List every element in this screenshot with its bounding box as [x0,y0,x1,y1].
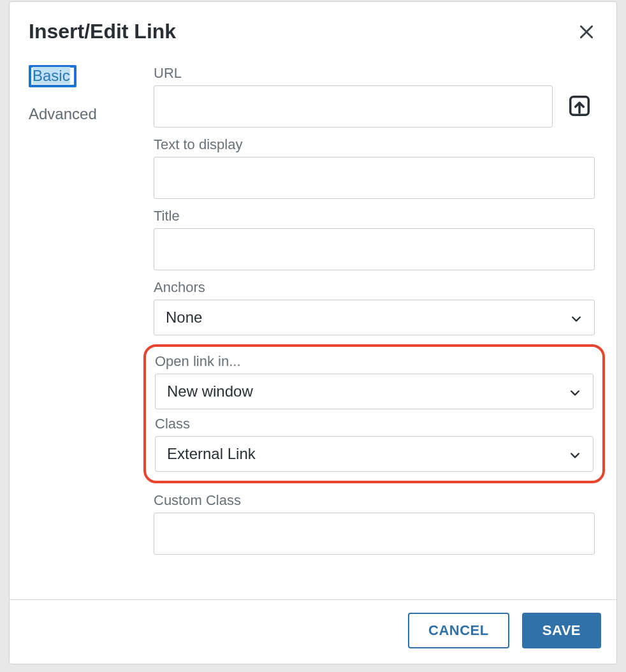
chevron-down-icon [569,385,581,398]
url-input[interactable] [154,85,553,128]
close-icon[interactable] [578,24,595,40]
anchors-value: None [166,309,202,326]
class-select[interactable]: External Link [155,436,593,472]
cancel-button[interactable]: CANCEL [408,613,509,648]
class-label: Class [155,416,593,432]
highlighted-fields: Open link in... New window Class Externa… [143,344,605,483]
save-button[interactable]: SAVE [522,613,601,648]
cancel-label: CANCEL [428,622,489,638]
open-link-select[interactable]: New window [155,374,593,409]
text-display-input[interactable] [154,157,595,199]
anchors-label: Anchors [154,279,595,296]
dialog-body: Basic Advanced URL [10,48,616,599]
anchors-select[interactable]: None [154,300,595,335]
save-label: SAVE [542,622,581,638]
upload-button[interactable] [564,92,595,122]
tab-basic[interactable]: Basic [29,65,76,87]
tab-advanced[interactable]: Advanced [29,105,124,123]
open-link-label: Open link in... [155,353,593,370]
dialog-title: Insert/Edit Link [29,20,176,43]
custom-class-label: Custom Class [154,492,595,509]
tab-advanced-label: Advanced [29,105,97,122]
class-value: External Link [167,445,256,463]
dialog-tabs: Basic Advanced [29,65,124,599]
custom-class-input[interactable] [154,513,595,555]
title-input[interactable] [154,228,595,270]
open-link-value: New window [167,383,253,400]
chevron-down-icon [570,311,583,324]
upload-icon [567,94,592,121]
dialog-footer: CANCEL SAVE [10,599,616,664]
title-label: Title [154,208,595,224]
form-panel: URL Text to display [154,65,597,599]
chevron-down-icon [569,448,581,460]
dialog-header: Insert/Edit Link [10,2,616,48]
insert-edit-link-dialog: Insert/Edit Link Basic Advanced URL [9,1,617,664]
tab-basic-label: Basic [33,67,70,84]
text-display-label: Text to display [154,136,595,153]
url-label: URL [154,65,553,82]
